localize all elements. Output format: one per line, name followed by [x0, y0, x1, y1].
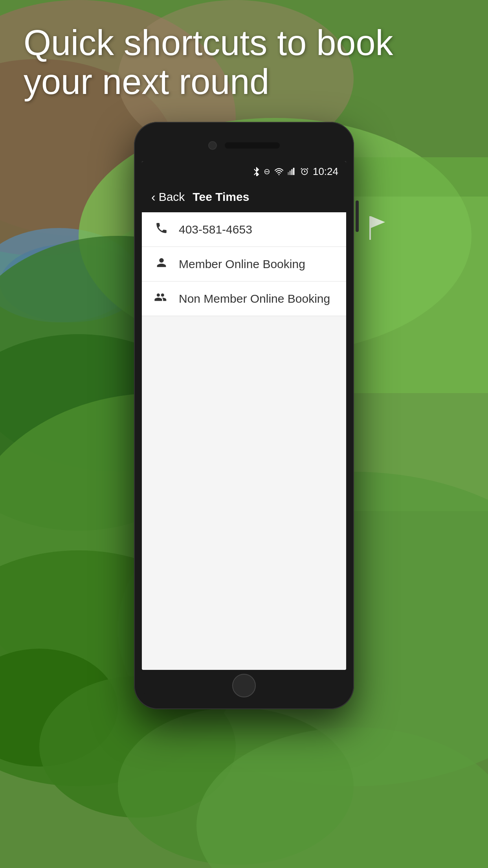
content-area-empty [142, 316, 346, 670]
svg-line-21 [254, 173, 256, 175]
group-icon [154, 291, 169, 307]
back-chevron-icon: ‹ [151, 191, 156, 203]
non-member-booking-item[interactable]: Non Member Online Booking [142, 281, 346, 316]
nav-title: Tee Times [193, 190, 249, 204]
phone-number-text: 403-581-4653 [179, 223, 252, 236]
phone-bottom-bezel [142, 670, 346, 701]
phone-device: ⊖ [134, 122, 354, 709]
svg-rect-23 [290, 171, 291, 175]
member-booking-item[interactable]: Member Online Booking [142, 247, 346, 281]
member-icon [154, 256, 169, 272]
signal-icon [288, 167, 296, 175]
alarm-icon [300, 167, 309, 176]
phone-top-bezel [142, 130, 346, 161]
status-icons: ⊖ [253, 166, 338, 178]
svg-rect-11 [369, 216, 371, 240]
member-booking-text: Member Online Booking [179, 257, 305, 271]
phone-call-item[interactable]: 403-581-4653 [142, 212, 346, 247]
front-camera [208, 141, 217, 150]
phone-icon [154, 221, 169, 238]
svg-rect-24 [291, 169, 293, 175]
wifi-icon [274, 167, 284, 175]
home-button[interactable] [232, 674, 256, 697]
list-container: 403-581-4653 Member Online Booking [142, 212, 346, 316]
phone-screen: ⊖ [142, 161, 346, 670]
headline-text: Quick shortcuts to book your next round [24, 24, 464, 101]
status-bar: ⊖ [142, 161, 346, 182]
bluetooth-icon [253, 167, 260, 176]
nav-bar: ‹ Back Tee Times [142, 182, 346, 212]
minus-circle-icon: ⊖ [264, 167, 270, 176]
svg-rect-22 [288, 172, 289, 175]
phone-speaker [225, 142, 280, 149]
back-label: Back [159, 190, 185, 204]
status-time: 10:24 [313, 166, 338, 178]
svg-rect-25 [293, 168, 295, 175]
back-button[interactable]: ‹ Back [151, 190, 185, 204]
svg-line-20 [254, 169, 256, 171]
power-button [356, 200, 359, 232]
non-member-booking-text: Non Member Online Booking [179, 292, 330, 305]
